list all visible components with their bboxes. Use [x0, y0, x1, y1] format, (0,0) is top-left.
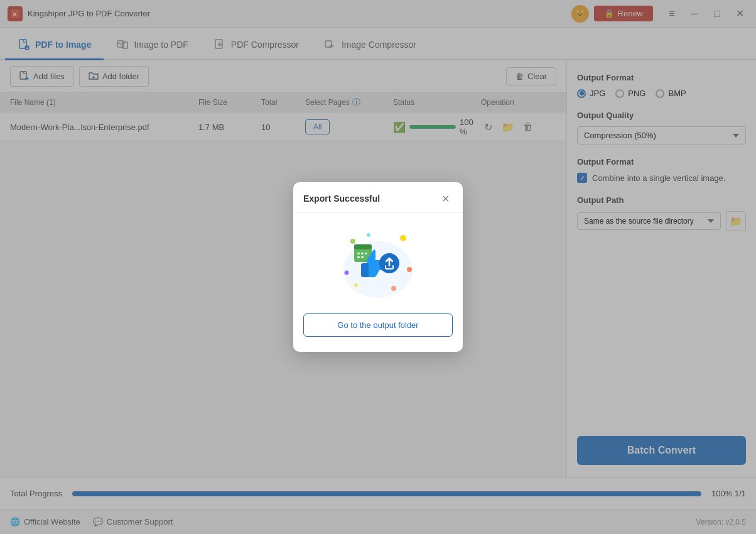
svg-point-16	[407, 267, 412, 272]
svg-rect-23	[357, 253, 360, 254]
go-to-folder-button[interactable]: Go to the output folder	[303, 313, 453, 337]
svg-point-18	[367, 233, 370, 237]
svg-point-20	[354, 283, 358, 287]
svg-rect-27	[361, 256, 364, 258]
svg-point-19	[391, 286, 396, 291]
svg-rect-24	[361, 253, 364, 254]
svg-point-17	[345, 271, 349, 275]
modal-close-button[interactable]: ✕	[438, 191, 453, 206]
svg-rect-28	[361, 263, 369, 277]
svg-point-14	[350, 239, 355, 244]
svg-rect-25	[365, 253, 367, 254]
export-modal: Export Successful ✕	[293, 182, 463, 352]
svg-point-15	[400, 235, 406, 241]
overlay: Export Successful ✕	[0, 0, 756, 534]
modal-header: Export Successful ✕	[293, 182, 463, 213]
success-illustration	[334, 226, 422, 301]
svg-rect-22	[354, 244, 372, 249]
modal-title: Export Successful	[303, 193, 380, 204]
modal-body: Go to the output folder	[293, 213, 463, 352]
svg-rect-26	[357, 256, 360, 258]
